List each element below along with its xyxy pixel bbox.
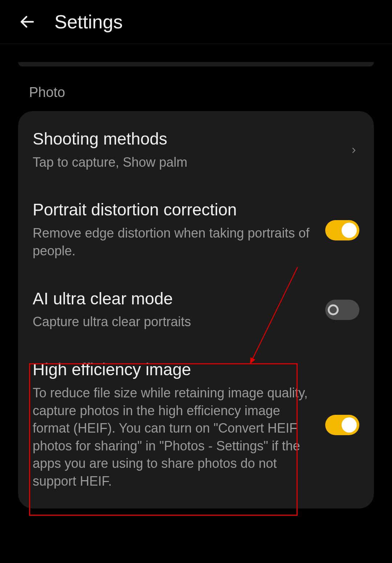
row-text: AI ultra clear mode Capture ultra clear … xyxy=(33,289,318,331)
row-text: Shooting methods Tap to capture, Show pa… xyxy=(33,129,341,171)
row-subtitle: Tap to capture, Show palm xyxy=(33,154,341,171)
row-title: Shooting methods xyxy=(33,129,341,149)
row-subtitle: Capture ultra clear portraits xyxy=(33,313,318,331)
row-title: AI ultra clear mode xyxy=(33,289,318,308)
row-text: High efficiency image To reduce file siz… xyxy=(33,360,318,490)
row-title: High efficiency image xyxy=(33,360,318,379)
toggle-knob xyxy=(342,223,357,238)
row-portrait-distortion-correction[interactable]: Portrait distortion correction Remove ed… xyxy=(18,186,374,274)
row-ai-ultra-clear-mode[interactable]: AI ultra clear mode Capture ultra clear … xyxy=(18,275,374,345)
row-subtitle: To reduce file size while retaining imag… xyxy=(33,384,318,490)
content: Photo Shooting methods Tap to capture, S… xyxy=(0,44,392,509)
row-high-efficiency-image[interactable]: High efficiency image To reduce file siz… xyxy=(18,345,374,505)
row-subtitle: Remove edge distortion when taking portr… xyxy=(33,224,318,260)
toggle-knob xyxy=(328,304,339,315)
toggle-portrait-distortion[interactable] xyxy=(325,220,359,240)
header: Settings xyxy=(0,0,392,44)
row-shooting-methods[interactable]: Shooting methods Tap to capture, Show pa… xyxy=(18,115,374,186)
page-title: Settings xyxy=(54,11,123,33)
toggle-ai-ultra-clear[interactable] xyxy=(325,300,359,320)
toggle-high-efficiency-image[interactable] xyxy=(325,415,359,435)
row-text: Portrait distortion correction Remove ed… xyxy=(33,200,318,260)
chevron-right-icon xyxy=(348,145,359,156)
arrow-left-icon xyxy=(19,13,36,31)
settings-card-photo: Shooting methods Tap to capture, Show pa… xyxy=(18,111,374,509)
back-button[interactable] xyxy=(18,13,36,31)
section-label-photo: Photo xyxy=(29,85,374,100)
row-title: Portrait distortion correction xyxy=(33,200,318,219)
toggle-knob xyxy=(342,417,357,433)
previous-card-edge xyxy=(18,62,374,66)
